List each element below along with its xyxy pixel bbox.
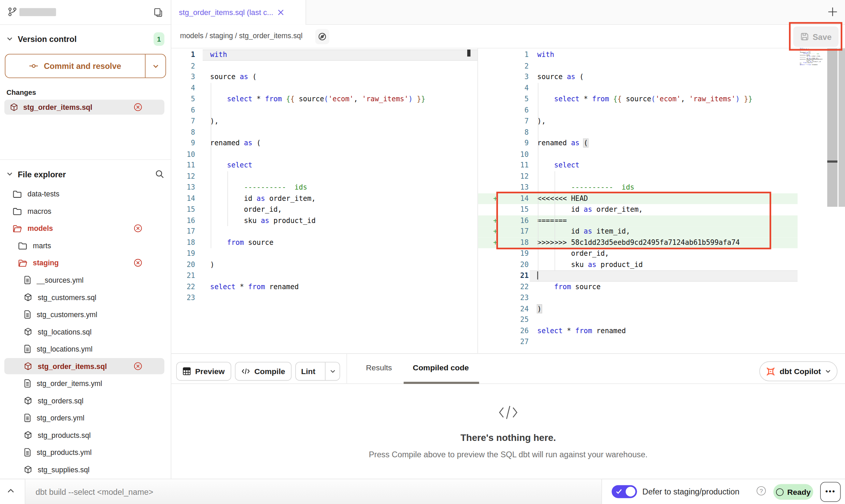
file-item-stg-supplies-sql[interactable]: stg_supplies.sql — [0, 461, 171, 478]
code-line[interactable]: 15 order_id, — [171, 204, 477, 215]
results-tab[interactable]: Results — [366, 364, 392, 372]
code-line[interactable]: +14<<<<<<< HEAD — [478, 193, 798, 204]
code-line[interactable]: 23 — [478, 292, 798, 303]
code-line[interactable]: 11 select — [171, 160, 477, 171]
code-line[interactable]: 9renamed as ( — [171, 138, 477, 149]
code-line[interactable]: 12 — [478, 171, 798, 182]
lint-options-caret[interactable] — [325, 362, 340, 380]
commit-and-resolve-button[interactable]: Commit and resolve — [5, 54, 166, 78]
help-icon[interactable]: ? — [757, 486, 766, 495]
file-item-stg-orders-yml[interactable]: stg_orders.yml — [0, 409, 171, 427]
command-input[interactable] — [34, 479, 522, 504]
code-line[interactable]: 13 ---------- ids — [171, 182, 477, 193]
code-line[interactable]: 20) — [171, 259, 477, 270]
editor-pane-original[interactable]: 1with23source as (45 select * from {{ so… — [171, 48, 477, 353]
copy-icon[interactable] — [153, 7, 163, 17]
file-item-stg-orders-sql[interactable]: stg_orders.sql — [0, 392, 171, 410]
code-line[interactable]: 27 — [478, 337, 798, 347]
chevron-up-icon[interactable] — [6, 487, 15, 495]
version-control-header[interactable]: Version control 1 — [0, 30, 171, 48]
scrollbar-thumb[interactable] — [467, 49, 470, 57]
lint-button[interactable]: Lint — [295, 362, 340, 381]
file-item-stg-products-sql[interactable]: stg_products.sql — [0, 427, 171, 444]
file-item-macros[interactable]: macros — [0, 203, 171, 220]
window-scrollbar-track[interactable] — [839, 48, 845, 207]
file-item--sources-yml[interactable]: __sources.yml — [0, 271, 171, 289]
add-tab-button[interactable] — [828, 7, 837, 17]
file-item-stg-customers-yml[interactable]: stg_customers.yml — [0, 306, 171, 323]
code-line[interactable]: 22select * from renamed — [171, 281, 477, 292]
minimap[interactable]: withsource as ( select * from {{ source(… — [800, 48, 822, 70]
code-line[interactable]: 19 order_id, — [478, 248, 798, 259]
code-line[interactable]: 12 — [171, 171, 477, 182]
branch-name-placeholder[interactable] — [19, 8, 56, 16]
code-line[interactable]: 4 — [478, 83, 798, 93]
code-line[interactable]: 16 sku as product_id — [171, 215, 477, 226]
compiled-code-tab[interactable]: Compiled code — [413, 364, 469, 372]
dbt-copilot-button[interactable]: dbt Copilot — [759, 361, 837, 381]
conflict-close-icon[interactable] — [134, 224, 142, 233]
code-line[interactable]: 17 — [171, 226, 477, 237]
code-line[interactable]: 21 — [171, 270, 477, 281]
code-line[interactable]: +18>>>>>>> 58c1dd23d5eebd9cd2495fa7124ab… — [478, 237, 798, 248]
code-line[interactable]: 1with — [171, 49, 477, 60]
code-line[interactable]: 1with — [478, 49, 798, 60]
code-line[interactable]: 13 ---------- ids — [478, 182, 798, 193]
code-line[interactable]: 8 — [478, 127, 798, 138]
code-line[interactable]: 6 — [171, 105, 477, 116]
code-line[interactable]: 7), — [171, 116, 477, 127]
code-line[interactable]: 4 — [171, 83, 477, 93]
code-line[interactable]: +17 id as item_id, — [478, 226, 798, 237]
file-item-data-tests[interactable]: data-tests — [0, 185, 171, 203]
code-line[interactable]: 3source as ( — [478, 72, 798, 83]
code-line[interactable]: 6 — [478, 105, 798, 116]
code-line[interactable]: 8 — [171, 127, 477, 138]
file-explorer-header[interactable]: File explorer — [0, 165, 171, 183]
file-item-stg-products-yml[interactable]: stg_products.yml — [0, 444, 171, 461]
code-line[interactable]: 14 id as order_item, — [171, 193, 477, 204]
file-item-stg-locations-sql[interactable]: stg_locations.sql — [0, 323, 171, 340]
lineage-button[interactable] — [315, 29, 329, 44]
code-line[interactable]: 18 from source — [171, 237, 477, 248]
file-item-models[interactable]: models — [0, 220, 171, 237]
code-line[interactable]: 5 select * from {{ source('ecom', 'raw_i… — [171, 94, 477, 105]
more-options-button[interactable]: ••• — [820, 482, 841, 502]
file-item-stg-locations-yml[interactable]: stg_locations.yml — [0, 340, 171, 358]
code-line[interactable]: 19 — [171, 248, 477, 259]
file-item-staging[interactable]: staging — [0, 254, 171, 271]
defer-toggle[interactable] — [612, 485, 637, 498]
code-line[interactable]: 10 — [171, 149, 477, 160]
editor-pane-working[interactable]: 1with23source as (45 select * from {{ so… — [478, 48, 798, 353]
preview-button[interactable]: Preview — [176, 362, 231, 381]
code-line[interactable]: 22 from source — [478, 281, 798, 292]
code-line[interactable]: 25 — [478, 314, 798, 325]
code-line[interactable]: 3source as ( — [171, 72, 477, 83]
file-item-stg-order-items-sql[interactable]: stg_order_items.sql — [0, 358, 171, 375]
code-line[interactable]: 2 — [478, 61, 798, 72]
save-button[interactable]: Save — [793, 26, 839, 47]
file-item-stg-order-items-yml[interactable]: stg_order_items.yml — [0, 375, 171, 392]
file-item-marts[interactable]: marts — [0, 237, 171, 254]
file-item-stg-customers-sql[interactable]: stg_customers.sql — [0, 288, 171, 306]
code-line[interactable]: 26select * from renamed — [478, 326, 798, 337]
conflict-close-icon[interactable] — [134, 103, 142, 112]
code-line[interactable]: 10 — [478, 149, 798, 160]
commit-options-caret[interactable] — [145, 54, 166, 77]
code-line[interactable]: +16======= — [478, 215, 798, 226]
code-line[interactable]: 11 select — [478, 160, 798, 171]
code-line[interactable]: 7), — [478, 116, 798, 127]
editor-scrollbar-track[interactable] — [827, 48, 837, 207]
conflict-close-icon[interactable] — [134, 258, 142, 267]
code-line[interactable]: 20 sku as product_id — [478, 259, 798, 270]
changed-file-row[interactable]: stg_order_items.sql — [4, 100, 164, 115]
close-icon[interactable] — [277, 9, 284, 16]
editor-scrollbar-thumb[interactable] — [827, 161, 837, 163]
code-line[interactable]: 21 — [478, 270, 798, 281]
code-line[interactable]: 2 — [171, 61, 477, 72]
code-line[interactable]: 5 select * from {{ source('ecom', 'raw_i… — [478, 94, 798, 105]
tab-stg-order-items[interactable]: stg_order_items.sql (last c... — [171, 0, 306, 25]
compile-button[interactable]: Compile — [235, 362, 291, 381]
code-line[interactable]: 9renamed as ( — [478, 138, 798, 149]
code-line[interactable]: 15 id as order_item, — [478, 204, 798, 215]
code-line[interactable]: 24) — [478, 303, 798, 314]
